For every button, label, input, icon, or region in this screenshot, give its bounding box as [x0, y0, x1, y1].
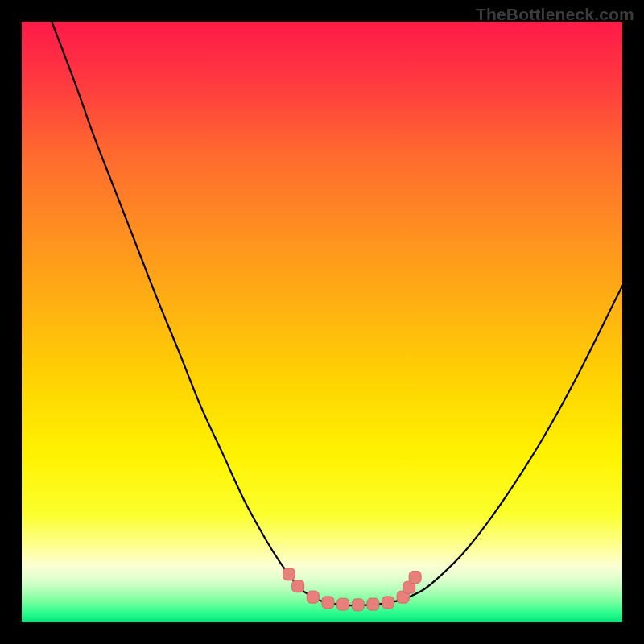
outer-frame: TheBottleneck.com: [0, 0, 644, 644]
highlight-marker: [352, 599, 364, 611]
highlight-marker: [322, 597, 334, 609]
highlight-marker: [307, 591, 319, 603]
watermark-text: TheBottleneck.com: [476, 5, 634, 24]
highlight-marker: [283, 568, 295, 580]
highlight-marker: [409, 572, 421, 584]
highlight-marker: [292, 580, 304, 592]
highlight-marker: [337, 598, 349, 610]
highlight-marker: [382, 597, 394, 609]
chart-canvas: [22, 22, 622, 622]
highlight-marker: [367, 598, 379, 610]
gradient-background: [22, 22, 622, 622]
